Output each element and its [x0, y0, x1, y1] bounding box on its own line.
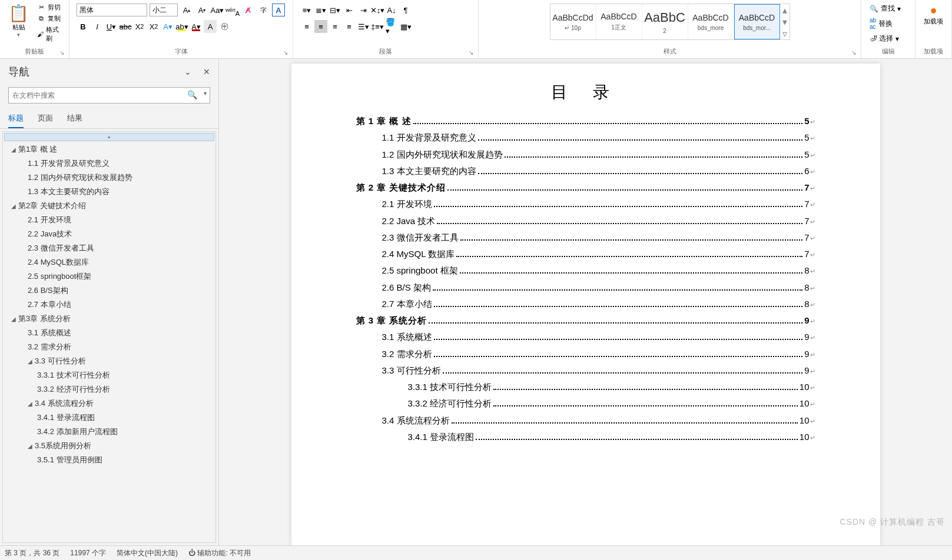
grow-font-button[interactable]: A▴: [180, 4, 193, 16]
status-a11y[interactable]: ⏻ 辅助功能: 不可用: [188, 548, 251, 558]
align-center-button[interactable]: ≡: [314, 20, 327, 33]
clear-format-button[interactable]: A̸: [241, 4, 254, 16]
sort-button[interactable]: A↓: [385, 4, 398, 16]
tree-item[interactable]: 1.3 本文主要研究的内容: [3, 185, 215, 199]
style-item[interactable]: AaBbCcDbds_more: [688, 4, 734, 39]
enclose-button[interactable]: ㊥: [218, 20, 231, 33]
nav-dropdown-button[interactable]: ⌄: [184, 67, 191, 76]
format-painter-button[interactable]: 🖌格式刷: [36, 25, 63, 44]
toc-row[interactable]: 1.1 开发背景及研究意义5↵: [356, 131, 815, 144]
document-area[interactable]: 目 录 第 1 章 概 述5↵1.1 开发背景及研究意义5↵1.2 国内外研究现…: [219, 59, 952, 545]
tree-item[interactable]: ◢第1章 概 述: [3, 142, 215, 156]
addins-button[interactable]: ● 加载项: [919, 1, 948, 28]
subscript-button[interactable]: X2: [133, 20, 146, 33]
tree-item[interactable]: 2.5 springboot框架: [3, 269, 215, 284]
nav-search-input[interactable]: [8, 87, 210, 104]
toc-row[interactable]: 3.2 需求分析9↵: [356, 347, 815, 361]
toc-row[interactable]: 3.4 系统流程分析10↵: [356, 414, 815, 427]
nav-close-button[interactable]: ✕: [203, 67, 210, 76]
font-color-button[interactable]: A▾: [190, 20, 203, 33]
style-item[interactable]: AaBbCcD1正文: [596, 4, 642, 39]
nav-tab[interactable]: 标题: [8, 109, 24, 128]
char-border-button[interactable]: A: [272, 4, 285, 16]
tree-item[interactable]: 1.2 国内外研究现状和发展趋势: [3, 171, 215, 185]
styles-launcher-icon[interactable]: ↘: [851, 49, 856, 56]
font-size-combo[interactable]: [150, 4, 178, 16]
select-button[interactable]: ⮰选择 ▾: [867, 32, 901, 45]
numbering-button[interactable]: ≣▾: [314, 4, 327, 16]
toc-row[interactable]: 第 1 章 概 述5↵: [356, 114, 815, 128]
replace-button[interactable]: abac替换: [867, 16, 895, 31]
copy-button[interactable]: ⧉复制: [36, 14, 63, 24]
search-icon[interactable]: 🔍: [187, 90, 197, 99]
clipboard-launcher-icon[interactable]: ↘: [59, 49, 64, 56]
italic-button[interactable]: I: [91, 20, 104, 33]
decrease-indent-button[interactable]: ⇤: [343, 4, 356, 16]
increase-indent-button[interactable]: ⇥: [357, 4, 370, 16]
shading-button[interactable]: 🪣▾: [385, 20, 398, 33]
tree-item[interactable]: 3.1 系统概述: [3, 326, 215, 340]
tree-item[interactable]: 3.4.2 添加新用户流程图: [3, 425, 215, 439]
nav-tab[interactable]: 页面: [38, 109, 53, 128]
style-item[interactable]: AaBbC2: [642, 4, 688, 39]
status-words[interactable]: 11997 个字: [70, 548, 106, 558]
toc-row[interactable]: 2.7 本章小结8↵: [356, 297, 815, 311]
tree-item[interactable]: ◢第3章 系统分析: [3, 312, 215, 326]
bullets-button[interactable]: ≡▾: [300, 4, 313, 16]
justify-button[interactable]: ≡: [343, 20, 356, 33]
toc-row[interactable]: 1.2 国内外研究现状和发展趋势5↵: [356, 148, 815, 161]
font-name-combo[interactable]: [77, 4, 147, 16]
toc-row[interactable]: 2.1 开发环境7↵: [356, 197, 815, 211]
char-shading-button[interactable]: A: [204, 20, 217, 33]
shrink-font-button[interactable]: A▾: [195, 4, 208, 16]
strikethrough-button[interactable]: abc: [119, 20, 132, 33]
toc-row[interactable]: 3.4.1 登录流程图10↵: [356, 430, 815, 444]
toc-row[interactable]: 1.3 本文主要研究的内容6↵: [356, 164, 815, 178]
tree-item[interactable]: 2.7 本章小结: [3, 298, 215, 312]
style-item[interactable]: AaBbCcDbds_mor...: [734, 4, 780, 39]
tree-item[interactable]: ◢3.4 系统流程分析: [3, 396, 215, 411]
tree-item[interactable]: ◢3.5系统用例分析: [3, 439, 215, 453]
show-marks-button[interactable]: ¶: [399, 4, 412, 16]
superscript-button[interactable]: X2: [147, 20, 160, 33]
tree-item[interactable]: 3.4.1 登录流程图: [3, 411, 215, 425]
tree-item[interactable]: 3.5.1 管理员用例图: [3, 453, 215, 467]
toc-row[interactable]: 2.2 Java 技术7↵: [356, 214, 815, 228]
highlight-button[interactable]: ab▾: [175, 20, 188, 33]
toc-row[interactable]: 3.3 可行性分析9↵: [356, 364, 815, 377]
cut-button[interactable]: ✂剪切: [36, 2, 63, 12]
tree-item[interactable]: 2.2 Java技术: [3, 227, 215, 241]
borders-button[interactable]: ▦▾: [399, 20, 412, 33]
tree-item[interactable]: ◢3.3 可行性分析: [3, 354, 215, 368]
tree-item[interactable]: 2.6 B/S架构: [3, 284, 215, 298]
toc-row[interactable]: 第 3 章 系统分析9↵: [356, 314, 815, 327]
gallery-more-button[interactable]: ▴▾▿: [780, 4, 790, 39]
align-right-button[interactable]: ≡: [329, 20, 341, 33]
status-page[interactable]: 第 3 页，共 36 页: [5, 548, 59, 558]
nav-tree[interactable]: ▴ ◢第1章 概 述1.1 开发背景及研究意义1.2 国内外研究现状和发展趋势1…: [2, 131, 216, 543]
enclose-char-button[interactable]: 字: [257, 4, 270, 16]
style-item[interactable]: AaBbCcDd↵ 10p: [550, 4, 596, 39]
toc-row[interactable]: 3.1 系统概述9↵: [356, 330, 815, 344]
line-spacing-button[interactable]: ‡≡▾: [371, 20, 384, 33]
styles-gallery[interactable]: AaBbCcDd↵ 10pAaBbCcD1正文AaBbC2AaBbCcDbds_…: [550, 4, 790, 40]
multilevel-button[interactable]: ⊟▾: [329, 4, 341, 16]
tree-item[interactable]: 2.4 MySQL数据库: [3, 255, 215, 269]
toc-row[interactable]: 3.3.1 技术可行性分析10↵: [356, 380, 815, 394]
bold-button[interactable]: B: [77, 20, 89, 33]
nav-tab[interactable]: 结果: [67, 109, 82, 128]
change-case-button[interactable]: Aa▾: [211, 4, 224, 16]
toc-row[interactable]: 2.6 B/S 架构8↵: [356, 281, 815, 294]
find-button[interactable]: 🔍查找 ▾: [867, 2, 903, 15]
text-direction-button[interactable]: ✕↕▾: [371, 4, 384, 16]
toc-row[interactable]: 2.3 微信开发者工具7↵: [356, 231, 815, 244]
paragraph-launcher-icon[interactable]: ↘: [469, 49, 473, 56]
phonetic-guide-button[interactable]: wénA: [226, 4, 239, 16]
toc-row[interactable]: 3.3.2 经济可行性分析10↵: [356, 396, 815, 410]
status-lang[interactable]: 简体中文(中国大陆): [117, 548, 178, 558]
toc-row[interactable]: 2.4 MySQL 数据库7↵: [356, 247, 815, 261]
toc-row[interactable]: 第 2 章 关键技术介绍7↵: [356, 181, 815, 194]
tree-item[interactable]: 3.3.2 经济可行性分析: [3, 382, 215, 396]
search-dropdown-icon[interactable]: ▾: [204, 90, 207, 96]
tree-item[interactable]: 3.3.1 技术可行性分析: [3, 368, 215, 382]
